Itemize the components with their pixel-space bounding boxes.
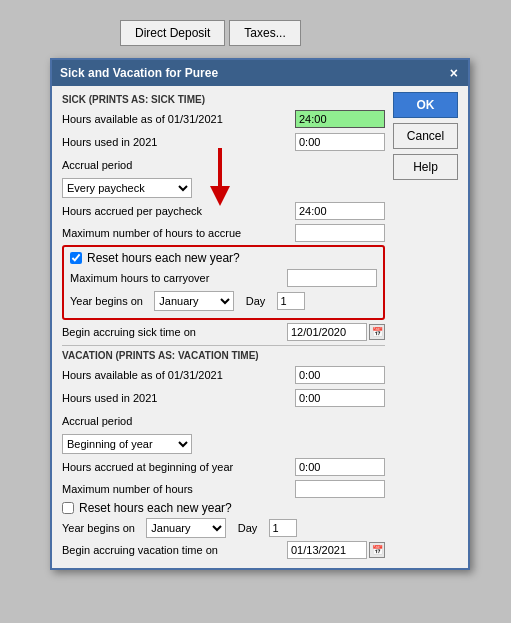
- sick-accrual-select-row: Every paycheck: [62, 178, 385, 198]
- sick-day-input[interactable]: [277, 292, 305, 310]
- dialog-body: SICK (PRINTS AS: SICK TIME) Hours availa…: [52, 86, 468, 568]
- sick-reset-checkbox[interactable]: [70, 252, 82, 264]
- sick-hours-accrued-row: Hours accrued per paycheck: [62, 201, 385, 221]
- vacation-hours-used-input[interactable]: [295, 389, 385, 407]
- sick-year-begins-row: Year begins on JanuaryFebruaryMarch Apri…: [70, 291, 377, 311]
- sick-begin-accruing-label: Begin accruing sick time on: [62, 326, 287, 338]
- sick-year-month-select[interactable]: JanuaryFebruaryMarch AprilMayJune JulyAu…: [154, 291, 234, 311]
- sick-hours-available-row: Hours available as of 01/31/2021: [62, 109, 385, 129]
- vacation-hours-accrued-label: Hours accrued at beginning of year: [62, 461, 295, 473]
- vacation-hours-available-row: Hours available as of 01/31/2021: [62, 365, 385, 385]
- sick-hours-used-input[interactable]: [295, 133, 385, 151]
- top-button-bar: Direct Deposit Taxes...: [120, 20, 301, 46]
- sick-max-hours-row: Maximum number of hours to accrue: [62, 224, 385, 242]
- sick-vacation-dialog: Sick and Vacation for Puree × SICK (PRIN…: [50, 58, 470, 570]
- vacation-begin-accruing-label: Begin accruing vacation time on: [62, 544, 287, 556]
- vacation-max-hours-input[interactable]: [295, 480, 385, 498]
- vacation-year-begins-label: Year begins on: [62, 522, 135, 534]
- sick-hours-accrued-label: Hours accrued per paycheck: [62, 205, 295, 217]
- sick-max-carryover-input[interactable]: [287, 269, 377, 287]
- vacation-reset-checkbox[interactable]: [62, 502, 74, 514]
- help-button[interactable]: Help: [393, 154, 458, 180]
- vacation-hours-available-label: Hours available as of 01/31/2021: [62, 369, 295, 381]
- direct-deposit-button[interactable]: Direct Deposit: [120, 20, 225, 46]
- sick-hours-available-input[interactable]: [295, 110, 385, 128]
- sick-accrual-select[interactable]: Every paycheck: [62, 178, 192, 198]
- vacation-accrual-period-label: Accrual period: [62, 415, 385, 427]
- vacation-accrual-period-row: Accrual period: [62, 411, 385, 431]
- sick-year-begins-label: Year begins on: [70, 295, 143, 307]
- vacation-day-label: Day: [238, 522, 258, 534]
- vacation-hours-used-label: Hours used in 2021: [62, 392, 295, 404]
- sick-section-header: SICK (PRINTS AS: SICK TIME): [62, 94, 385, 105]
- taxes-button[interactable]: Taxes...: [229, 20, 300, 46]
- vacation-hours-accrued-row: Hours accrued at beginning of year: [62, 457, 385, 477]
- sick-begin-accruing-input[interactable]: [287, 323, 367, 341]
- sick-hours-used-label: Hours used in 2021: [62, 136, 295, 148]
- vacation-max-hours-label: Maximum number of hours: [62, 483, 295, 495]
- ok-button[interactable]: OK: [393, 92, 458, 118]
- vacation-reset-label: Reset hours each new year?: [79, 501, 232, 515]
- sick-reset-box: Reset hours each new year? Maximum hours…: [62, 245, 385, 320]
- vacation-begin-accruing-input[interactable]: [287, 541, 367, 559]
- vacation-section-header: VACATION (PRINTS AS: VACATION TIME): [62, 350, 385, 361]
- sick-hours-used-row: Hours used in 2021: [62, 132, 385, 152]
- sick-begin-accruing-row: Begin accruing sick time on 📅: [62, 323, 385, 341]
- vacation-day-input[interactable]: [269, 519, 297, 537]
- vacation-begin-accruing-row: Begin accruing vacation time on 📅: [62, 541, 385, 559]
- dialog-main-content: SICK (PRINTS AS: SICK TIME) Hours availa…: [62, 92, 385, 562]
- sick-calendar-icon[interactable]: 📅: [369, 324, 385, 340]
- sick-max-carryover-row: Maximum hours to carryover: [70, 268, 377, 288]
- close-button[interactable]: ×: [448, 65, 460, 81]
- vacation-hours-available-input[interactable]: [295, 366, 385, 384]
- sick-max-carryover-label: Maximum hours to carryover: [70, 272, 287, 284]
- sick-accrual-period-row: Accrual period: [62, 155, 385, 175]
- dialog-titlebar: Sick and Vacation for Puree ×: [52, 60, 468, 86]
- vacation-accrual-select[interactable]: Beginning of year Every paycheck: [62, 434, 192, 454]
- sick-reset-label: Reset hours each new year?: [87, 251, 240, 265]
- dialog-actions: OK Cancel Help: [393, 92, 458, 562]
- vacation-max-hours-row: Maximum number of hours: [62, 480, 385, 498]
- sick-max-hours-input[interactable]: [295, 224, 385, 242]
- sick-day-label: Day: [246, 295, 266, 307]
- vacation-year-begins-row: Year begins on JanuaryFebruaryMarch Apri…: [62, 518, 385, 538]
- vacation-accrual-select-row: Beginning of year Every paycheck: [62, 434, 385, 454]
- sick-accrual-period-label: Accrual period: [62, 159, 385, 171]
- vacation-calendar-icon[interactable]: 📅: [369, 542, 385, 558]
- sick-hours-available-label: Hours available as of 01/31/2021: [62, 113, 295, 125]
- vacation-hours-used-row: Hours used in 2021: [62, 388, 385, 408]
- sick-reset-checkbox-row: Reset hours each new year?: [70, 251, 377, 265]
- sick-max-hours-label: Maximum number of hours to accrue: [62, 227, 295, 239]
- vacation-hours-accrued-input[interactable]: [295, 458, 385, 476]
- vacation-year-month-select[interactable]: JanuaryFebruaryMarch AprilMayJune JulyAu…: [146, 518, 226, 538]
- dialog-title: Sick and Vacation for Puree: [60, 66, 218, 80]
- cancel-button[interactable]: Cancel: [393, 123, 458, 149]
- sick-hours-accrued-input[interactable]: [295, 202, 385, 220]
- section-divider: [62, 345, 385, 346]
- vacation-reset-checkbox-row: Reset hours each new year?: [62, 501, 385, 515]
